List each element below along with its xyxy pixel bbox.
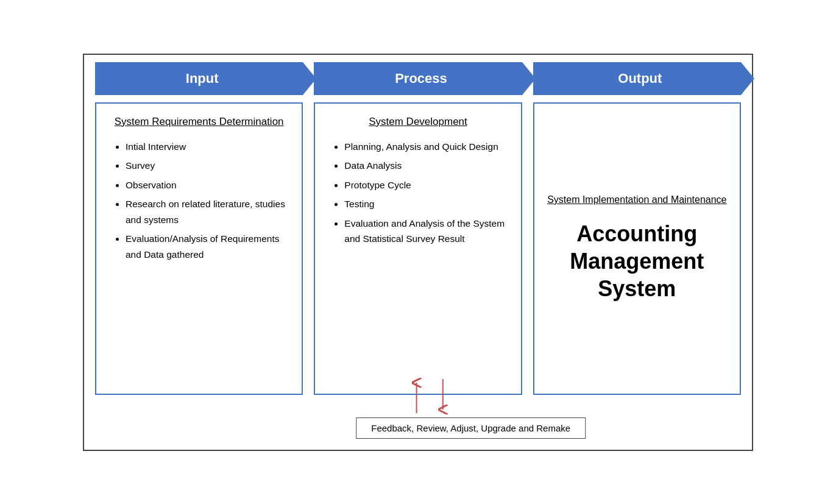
process-title-text: System Development (369, 116, 467, 127)
input-title-text: System Requirements Determination (115, 116, 284, 127)
list-item: Observation (126, 177, 289, 193)
output-big-text: Accounting Management System (547, 220, 728, 302)
input-box: System Requirements Determination Intial… (95, 102, 303, 395)
header-process: Process (314, 62, 522, 95)
feedback-row: Feedback, Review, Adjust, Upgrade and Re… (84, 395, 752, 450)
header-row: Input Process Output (84, 55, 752, 102)
list-item: Planning, Analysis and Quick Design (344, 139, 508, 155)
content-row: System Requirements Determination Intial… (84, 102, 752, 395)
list-item: Intial Interview (126, 139, 289, 155)
input-box-title: System Requirements Determination (108, 116, 289, 128)
feedback-label: Feedback, Review, Adjust, Upgrade and Re… (371, 423, 570, 433)
header-input-label: Input (186, 71, 219, 87)
arrow-up (409, 378, 424, 414)
header-output: Output (533, 62, 741, 95)
output-subtitle: System Implementation and Maintenance (547, 194, 726, 205)
process-list: Planning, Analysis and Quick Design Data… (327, 139, 508, 247)
list-item: Data Analysis (344, 158, 508, 174)
header-input: Input (95, 62, 303, 95)
arrow-down (436, 378, 450, 414)
process-box: System Development Planning, Analysis an… (314, 102, 522, 395)
list-item: Evaluation/Analysis of Requirements and … (126, 231, 289, 262)
list-item: Research on related literature, studies … (126, 196, 289, 227)
list-item: Survey (126, 158, 289, 174)
header-process-label: Process (395, 71, 447, 87)
list-item: Evaluation and Analysis of the System an… (344, 216, 508, 247)
output-box: System Implementation and Maintenance Ac… (533, 102, 741, 395)
diagram-wrapper: Input Process Output System Requirements… (83, 54, 753, 451)
list-item: Prototype Cycle (344, 177, 508, 193)
input-list: Intial Interview Survey Observation Rese… (108, 139, 289, 263)
feedback-box: Feedback, Review, Adjust, Upgrade and Re… (356, 417, 586, 439)
header-output-label: Output (618, 71, 662, 87)
process-box-title: System Development (327, 116, 508, 128)
list-item: Testing (344, 196, 508, 212)
output-subtitle-text: System Implementation and Maintenance (547, 194, 726, 205)
output-main-label: Accounting Management System (570, 221, 704, 301)
